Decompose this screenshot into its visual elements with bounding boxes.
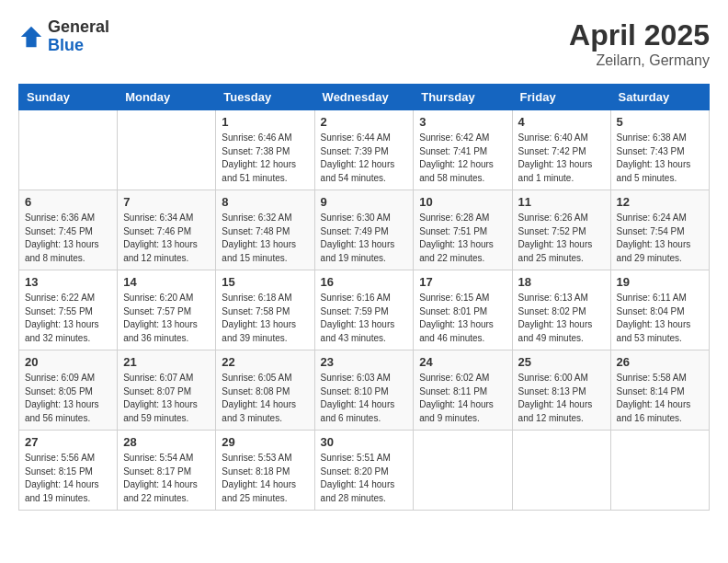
calendar-week-2: 6Sunrise: 6:36 AM Sunset: 7:45 PM Daylig… bbox=[19, 190, 710, 270]
calendar-cell: 28Sunrise: 5:54 AM Sunset: 8:17 PM Dayli… bbox=[118, 431, 216, 511]
calendar-cell: 14Sunrise: 6:20 AM Sunset: 7:57 PM Dayli… bbox=[118, 270, 216, 350]
calendar-week-4: 20Sunrise: 6:09 AM Sunset: 8:05 PM Dayli… bbox=[19, 350, 710, 431]
day-number: 30 bbox=[321, 435, 408, 449]
calendar-cell: 10Sunrise: 6:28 AM Sunset: 7:51 PM Dayli… bbox=[414, 190, 512, 270]
day-number: 15 bbox=[222, 275, 308, 289]
calendar-cell bbox=[19, 110, 118, 190]
calendar-week-5: 27Sunrise: 5:56 AM Sunset: 8:15 PM Dayli… bbox=[19, 431, 710, 511]
calendar-cell bbox=[118, 110, 216, 190]
day-number: 12 bbox=[617, 195, 703, 209]
calendar-cell: 25Sunrise: 6:00 AM Sunset: 8:13 PM Dayli… bbox=[512, 350, 610, 431]
calendar-cell: 1Sunrise: 6:46 AM Sunset: 7:38 PM Daylig… bbox=[216, 110, 314, 190]
day-info: Sunrise: 6:18 AM Sunset: 7:58 PM Dayligh… bbox=[222, 292, 308, 345]
calendar-cell: 20Sunrise: 6:09 AM Sunset: 8:05 PM Dayli… bbox=[19, 350, 118, 431]
day-info: Sunrise: 6:44 AM Sunset: 7:39 PM Dayligh… bbox=[321, 132, 408, 185]
calendar-cell: 13Sunrise: 6:22 AM Sunset: 7:55 PM Dayli… bbox=[19, 270, 118, 350]
day-number: 4 bbox=[518, 115, 605, 129]
day-info: Sunrise: 6:26 AM Sunset: 7:52 PM Dayligh… bbox=[518, 212, 605, 265]
logo-text: General Blue bbox=[48, 18, 109, 55]
page-header: General Blue April 2025 Zeilarn, Germany bbox=[18, 18, 710, 69]
logo-blue: Blue bbox=[48, 37, 109, 55]
calendar-cell: 24Sunrise: 6:02 AM Sunset: 8:11 PM Dayli… bbox=[414, 350, 512, 431]
logo-icon bbox=[18, 24, 44, 50]
day-number: 2 bbox=[321, 115, 408, 129]
day-info: Sunrise: 6:07 AM Sunset: 8:07 PM Dayligh… bbox=[123, 372, 210, 425]
day-number: 19 bbox=[617, 275, 703, 289]
calendar-cell: 21Sunrise: 6:07 AM Sunset: 8:07 PM Dayli… bbox=[118, 350, 216, 431]
calendar-cell: 18Sunrise: 6:13 AM Sunset: 8:02 PM Dayli… bbox=[512, 270, 610, 350]
calendar-cell: 9Sunrise: 6:30 AM Sunset: 7:49 PM Daylig… bbox=[314, 190, 414, 270]
calendar-cell: 8Sunrise: 6:32 AM Sunset: 7:48 PM Daylig… bbox=[216, 190, 314, 270]
day-number: 23 bbox=[321, 355, 408, 369]
calendar-cell: 30Sunrise: 5:51 AM Sunset: 8:20 PM Dayli… bbox=[314, 431, 414, 511]
day-number: 21 bbox=[123, 355, 210, 369]
day-number: 13 bbox=[25, 275, 111, 289]
day-info: Sunrise: 5:54 AM Sunset: 8:17 PM Dayligh… bbox=[123, 452, 210, 505]
calendar-cell: 22Sunrise: 6:05 AM Sunset: 8:08 PM Dayli… bbox=[216, 350, 314, 431]
calendar-header: SundayMondayTuesdayWednesdayThursdayFrid… bbox=[19, 85, 710, 110]
day-number: 5 bbox=[617, 115, 703, 129]
weekday-header-thursday: Thursday bbox=[414, 85, 512, 110]
day-info: Sunrise: 6:34 AM Sunset: 7:46 PM Dayligh… bbox=[123, 212, 210, 265]
title-location: Zeilarn, Germany bbox=[569, 52, 710, 69]
calendar-cell: 2Sunrise: 6:44 AM Sunset: 7:39 PM Daylig… bbox=[314, 110, 414, 190]
day-info: Sunrise: 5:58 AM Sunset: 8:14 PM Dayligh… bbox=[617, 372, 703, 425]
day-info: Sunrise: 5:56 AM Sunset: 8:15 PM Dayligh… bbox=[25, 452, 111, 505]
day-info: Sunrise: 6:16 AM Sunset: 7:59 PM Dayligh… bbox=[321, 292, 408, 345]
day-info: Sunrise: 6:40 AM Sunset: 7:42 PM Dayligh… bbox=[518, 132, 605, 185]
calendar-cell: 15Sunrise: 6:18 AM Sunset: 7:58 PM Dayli… bbox=[216, 270, 314, 350]
calendar-cell: 17Sunrise: 6:15 AM Sunset: 8:01 PM Dayli… bbox=[414, 270, 512, 350]
day-number: 14 bbox=[123, 275, 210, 289]
calendar-cell bbox=[610, 431, 709, 511]
day-info: Sunrise: 6:11 AM Sunset: 8:04 PM Dayligh… bbox=[617, 292, 703, 345]
day-number: 9 bbox=[321, 195, 408, 209]
calendar-cell: 11Sunrise: 6:26 AM Sunset: 7:52 PM Dayli… bbox=[512, 190, 610, 270]
day-info: Sunrise: 6:42 AM Sunset: 7:41 PM Dayligh… bbox=[419, 132, 506, 185]
day-info: Sunrise: 6:32 AM Sunset: 7:48 PM Dayligh… bbox=[222, 212, 308, 265]
calendar-cell: 27Sunrise: 5:56 AM Sunset: 8:15 PM Dayli… bbox=[19, 431, 118, 511]
weekday-header-tuesday: Tuesday bbox=[216, 85, 314, 110]
day-number: 3 bbox=[419, 115, 506, 129]
calendar-cell: 19Sunrise: 6:11 AM Sunset: 8:04 PM Dayli… bbox=[610, 270, 709, 350]
day-number: 11 bbox=[518, 195, 605, 209]
calendar-cell: 29Sunrise: 5:53 AM Sunset: 8:18 PM Dayli… bbox=[216, 431, 314, 511]
day-number: 1 bbox=[222, 115, 308, 129]
calendar-cell: 4Sunrise: 6:40 AM Sunset: 7:42 PM Daylig… bbox=[512, 110, 610, 190]
svg-marker-0 bbox=[21, 27, 41, 47]
weekday-header-row: SundayMondayTuesdayWednesdayThursdayFrid… bbox=[19, 85, 710, 110]
day-info: Sunrise: 6:36 AM Sunset: 7:45 PM Dayligh… bbox=[25, 212, 111, 265]
day-number: 16 bbox=[321, 275, 408, 289]
calendar-body: 1Sunrise: 6:46 AM Sunset: 7:38 PM Daylig… bbox=[19, 110, 710, 511]
day-number: 25 bbox=[518, 355, 605, 369]
calendar-week-3: 13Sunrise: 6:22 AM Sunset: 7:55 PM Dayli… bbox=[19, 270, 710, 350]
day-info: Sunrise: 6:15 AM Sunset: 8:01 PM Dayligh… bbox=[419, 292, 506, 345]
day-info: Sunrise: 6:03 AM Sunset: 8:10 PM Dayligh… bbox=[321, 372, 408, 425]
weekday-header-friday: Friday bbox=[512, 85, 610, 110]
weekday-header-monday: Monday bbox=[118, 85, 216, 110]
day-info: Sunrise: 6:46 AM Sunset: 7:38 PM Dayligh… bbox=[222, 132, 308, 185]
calendar-cell: 3Sunrise: 6:42 AM Sunset: 7:41 PM Daylig… bbox=[414, 110, 512, 190]
day-number: 29 bbox=[222, 435, 308, 449]
calendar-cell bbox=[512, 431, 610, 511]
calendar-cell bbox=[414, 431, 512, 511]
title-month: April 2025 bbox=[569, 18, 710, 52]
day-info: Sunrise: 6:00 AM Sunset: 8:13 PM Dayligh… bbox=[518, 372, 605, 425]
day-number: 8 bbox=[222, 195, 308, 209]
day-number: 7 bbox=[123, 195, 210, 209]
day-number: 20 bbox=[25, 355, 111, 369]
day-number: 17 bbox=[419, 275, 506, 289]
logo-general: General bbox=[48, 18, 109, 37]
logo: General Blue bbox=[18, 18, 109, 55]
day-info: Sunrise: 6:05 AM Sunset: 8:08 PM Dayligh… bbox=[222, 372, 308, 425]
day-info: Sunrise: 6:28 AM Sunset: 7:51 PM Dayligh… bbox=[419, 212, 506, 265]
day-number: 28 bbox=[123, 435, 210, 449]
day-info: Sunrise: 6:24 AM Sunset: 7:54 PM Dayligh… bbox=[617, 212, 703, 265]
calendar-cell: 6Sunrise: 6:36 AM Sunset: 7:45 PM Daylig… bbox=[19, 190, 118, 270]
calendar-cell: 5Sunrise: 6:38 AM Sunset: 7:43 PM Daylig… bbox=[610, 110, 709, 190]
day-info: Sunrise: 5:51 AM Sunset: 8:20 PM Dayligh… bbox=[321, 452, 408, 505]
weekday-header-sunday: Sunday bbox=[19, 85, 118, 110]
day-number: 22 bbox=[222, 355, 308, 369]
day-number: 6 bbox=[25, 195, 111, 209]
weekday-header-saturday: Saturday bbox=[610, 85, 709, 110]
calendar-cell: 7Sunrise: 6:34 AM Sunset: 7:46 PM Daylig… bbox=[118, 190, 216, 270]
